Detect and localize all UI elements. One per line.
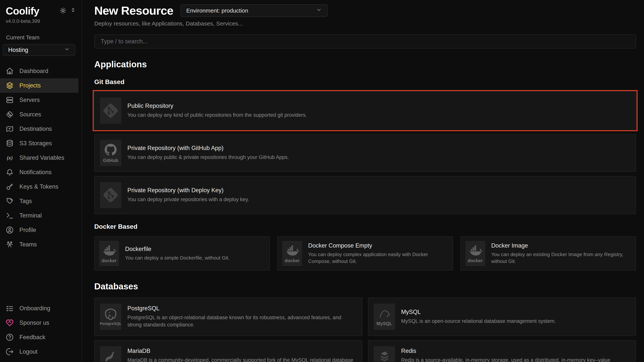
- card-title: Docker Compose Empty: [308, 242, 448, 249]
- mysql-logo-icon: MySQL: [374, 304, 395, 330]
- card-title: Redis: [401, 348, 630, 355]
- card-title: Private Repository (with GitHub App): [128, 145, 289, 152]
- section-title-databases: Databases: [94, 281, 636, 291]
- git-logo-icon: [100, 182, 121, 208]
- chevrons-up-down-icon[interactable]: [70, 7, 76, 15]
- card-dockerfile[interactable]: docker Dockerfile You can deploy a simpl…: [94, 236, 270, 271]
- sidebar-item-dashboard[interactable]: Dashboard: [0, 64, 78, 78]
- postgresql-logo-icon: PostgreSQL: [100, 304, 121, 330]
- sidebar-item-label: Keys & Tokens: [20, 183, 58, 190]
- github-logo-icon: GitHub: [100, 140, 121, 166]
- team-select[interactable]: Hosting: [3, 44, 75, 56]
- git-logo-icon: [100, 98, 121, 124]
- docker-caption: docker: [285, 258, 300, 263]
- card-description: You can deploy complex application easil…: [308, 251, 448, 265]
- card-description: You can deploy public & private reposito…: [128, 154, 289, 161]
- card-description: PostgreSQL is an object-relational datab…: [128, 314, 357, 329]
- docker-logo-icon: docker: [99, 241, 119, 266]
- git-node-icon: [6, 110, 14, 118]
- sidebar-item-label: Feedback: [20, 334, 45, 341]
- user-circle-icon: [6, 226, 14, 234]
- sidebar-item-notifications[interactable]: Notifications: [0, 165, 78, 180]
- card-mysql[interactable]: MySQL MySQL MySQL is an open-source rela…: [368, 298, 636, 336]
- card-docker-compose-empty[interactable]: docker Docker Compose Empty You can depl…: [277, 236, 453, 271]
- sidebar-nav: Dashboard Projects Servers Sources Desti…: [0, 64, 82, 252]
- checklist-icon: [6, 304, 14, 312]
- card-mariadb[interactable]: MariaDB MariaDB MariaDB is a community-d…: [94, 340, 362, 362]
- sidebar-item-projects[interactable]: Projects: [0, 78, 78, 93]
- redis-logo-icon: redis: [374, 346, 395, 362]
- card-public-repository[interactable]: Public Repository You can deploy any kin…: [94, 92, 636, 130]
- card-private-repository-github-app[interactable]: GitHub Private Repository (with GitHub A…: [94, 134, 636, 172]
- sidebar-item-label: Destinations: [20, 126, 52, 132]
- sidebar-item-logout[interactable]: Logout: [0, 345, 78, 359]
- card-description: You can deploy any kind of public reposi…: [128, 112, 307, 119]
- page-title: New Resource: [94, 4, 173, 17]
- sidebar-item-terminal[interactable]: Terminal: [0, 208, 78, 223]
- sidebar-item-label: Sponsor us: [20, 319, 49, 326]
- search-input[interactable]: [94, 34, 636, 48]
- sidebar-item-profile[interactable]: Profile: [0, 223, 78, 237]
- card-title: MariaDB: [128, 348, 357, 355]
- terminal-icon: [6, 212, 14, 220]
- map-icon: [6, 125, 14, 133]
- sidebar-item-label: Projects: [20, 82, 41, 89]
- card-postgresql[interactable]: PostgreSQL PostgreSQL PostgreSQL is an o…: [94, 298, 362, 336]
- sidebar-item-label: Onboarding: [20, 305, 50, 312]
- chevron-down-icon: [316, 7, 322, 14]
- users-icon: [6, 240, 14, 248]
- section-title-applications: Applications: [94, 59, 636, 69]
- sidebar-footer-nav: Onboarding Sponsor us Feedback Logout: [0, 301, 82, 359]
- docker-caption: docker: [468, 258, 483, 263]
- mariadb-logo-icon: MariaDB: [100, 346, 121, 362]
- sidebar-item-label: Teams: [20, 241, 37, 248]
- card-docker-image[interactable]: docker Docker Image You can deploy an ex…: [460, 236, 636, 271]
- page-subtitle: Deploy resources, like Applications, Dat…: [94, 20, 636, 27]
- sidebar-item-onboarding[interactable]: Onboarding: [0, 301, 78, 316]
- card-title: MySQL: [401, 309, 556, 315]
- sidebar-item-label: Servers: [20, 97, 40, 103]
- app-logo: Coolify: [6, 5, 39, 17]
- sidebar-item-shared-variables[interactable]: (x) Shared Variables: [0, 151, 78, 165]
- sidebar-item-servers[interactable]: Servers: [0, 93, 78, 107]
- card-private-repository-deploy-key[interactable]: Private Repository (with Deploy Key) You…: [94, 176, 636, 214]
- card-title: Dockerfile: [125, 246, 230, 252]
- sidebar-item-label: Terminal: [20, 212, 42, 219]
- sidebar-item-tags[interactable]: Tags: [0, 194, 78, 208]
- sidebar-item-keys-tokens[interactable]: Keys & Tokens: [0, 180, 78, 194]
- sidebar-item-label: S3 Storages: [20, 140, 52, 147]
- sidebar-item-label: Tags: [20, 198, 32, 204]
- sidebar-item-label: Sources: [20, 111, 41, 118]
- environment-select[interactable]: Environment: production: [180, 4, 328, 17]
- sidebar-item-teams[interactable]: Teams: [0, 237, 78, 252]
- layers-icon: [6, 82, 14, 90]
- bell-icon: [6, 168, 14, 176]
- sidebar-item-destinations[interactable]: Destinations: [0, 122, 78, 136]
- sidebar-item-feedback[interactable]: Feedback: [0, 330, 78, 345]
- docker-caption: docker: [102, 258, 117, 263]
- subsection-title-docker-based: Docker Based: [94, 223, 636, 230]
- card-redis[interactable]: redis Redis Redis is a source-available,…: [368, 340, 636, 362]
- sidebar-item-label: Dashboard: [20, 68, 48, 75]
- sun-icon[interactable]: [60, 7, 66, 15]
- key-icon: [6, 183, 14, 191]
- github-caption: GitHub: [103, 158, 118, 163]
- sidebar-item-s3-storages[interactable]: S3 Storages: [0, 136, 78, 151]
- card-title: Private Repository (with Deploy Key): [128, 187, 249, 194]
- logout-icon: [6, 348, 14, 356]
- svg-text:(x): (x): [7, 155, 12, 161]
- sidebar-item-sponsor-us[interactable]: Sponsor us: [0, 316, 78, 330]
- sidebar-item-sources[interactable]: Sources: [0, 107, 78, 122]
- subsection-title-git-based: Git Based: [94, 78, 636, 86]
- sidebar-item-label: Logout: [20, 348, 38, 355]
- help-circle-icon: [6, 333, 14, 341]
- docker-logo-icon: docker: [282, 241, 302, 266]
- server-icon: [6, 96, 14, 104]
- card-description: MariaDB is a community-developed, commer…: [128, 357, 357, 362]
- tags-icon: [6, 197, 14, 205]
- main-content: New Resource Environment: production Dep…: [82, 0, 644, 362]
- docker-logo-icon: docker: [466, 241, 485, 266]
- current-team-label: Current Team: [6, 34, 76, 41]
- sidebar-item-label: Shared Variables: [20, 154, 64, 161]
- postgresql-caption: PostgreSQL: [100, 322, 121, 326]
